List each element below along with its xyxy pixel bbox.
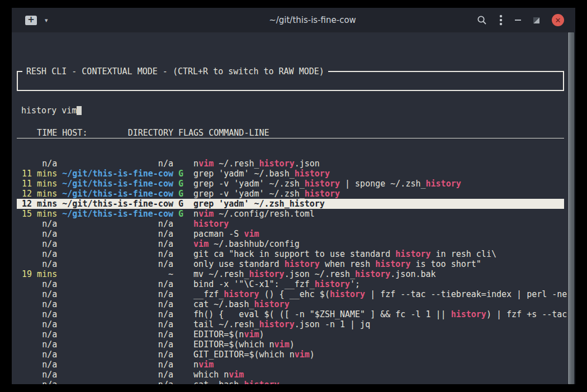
history-row[interactable]: 11 mins ~/git/this-is-fine-cow G grep 'y… (17, 169, 567, 179)
close-icon[interactable]: ✕ (552, 14, 564, 26)
chevron-down-icon[interactable]: ▾ (45, 17, 48, 24)
search-icon[interactable] (477, 15, 487, 25)
history-row[interactable]: n/a n/a EDITOR=$(which nvim) (17, 340, 567, 350)
history-row[interactable]: n/a n/a EDITOR=$(nvim) (17, 329, 567, 340)
new-tab-icon[interactable] (25, 16, 37, 25)
menu-kebab-icon[interactable] (499, 15, 503, 26)
history-row[interactable]: 12 mins ~/git/this-is-fine-cow G grep -v… (17, 189, 567, 199)
history-row[interactable]: n/a n/a cat .bash_history (17, 380, 567, 384)
window-title: ~/git/this-is-fine-cow (148, 15, 477, 25)
history-row[interactable]: n/a n/a which nvim (17, 370, 567, 380)
history-row[interactable]: n/a n/a nvim ~/.resh_history.json (17, 159, 567, 169)
search-box[interactable]: RESH CLI - CONTEXTUAL MODE - (CTRL+R to … (17, 71, 564, 91)
history-row[interactable]: 15 mins ~/git/this-is-fine-cow G nvim ~/… (17, 209, 567, 219)
history-row[interactable]: n/a n/a fh() { eval $( ([ -n "$ZSH_NAME"… (17, 309, 567, 319)
history-row[interactable]: n/a n/a cat ~/.bash_history (17, 299, 567, 309)
scrollbar[interactable] (567, 32, 575, 384)
history-row[interactable]: n/a n/a git ca "hack in support to use s… (17, 249, 567, 259)
titlebar-left: ▾ (12, 16, 148, 25)
history-row[interactable]: n/a n/a pacman -S vim (17, 229, 567, 239)
titlebar-right: ✕ (477, 14, 575, 26)
history-list: n/a n/a nvim ~/.resh_history.json 11 min… (17, 159, 567, 384)
terminal-content: RESH CLI - CONTEXTUAL MODE - (CTRL+R to … (12, 32, 575, 384)
search-query-text: history vim (21, 106, 77, 116)
history-row[interactable]: 11 mins ~/git/this-is-fine-cow G grep -v… (17, 179, 567, 189)
history-row[interactable]: n/a n/a __fzf_history () { __ehc $(histo… (17, 289, 567, 299)
history-row[interactable]: 12 mins ~/git/this-is-fine-cow G grep 'y… (17, 199, 564, 209)
history-row[interactable]: n/a n/a only use standard history when r… (17, 259, 567, 269)
resh-cli: RESH CLI - CONTEXTUAL MODE - (CTRL+R to … (12, 32, 567, 384)
scrollbar-thumb[interactable] (568, 32, 574, 384)
history-row[interactable]: n/a n/a tail ~/.resh_history.json -n 1 |… (17, 319, 567, 329)
search-input[interactable]: history vim (18, 102, 563, 116)
mode-label: RESH CLI - CONTEXTUAL MODE - (CTRL+R to … (22, 66, 328, 77)
history-row[interactable]: n/a n/a bind -x '"\C-x1": __fzf_history'… (17, 279, 567, 289)
titlebar: ▾ ~/git/this-is-fine-cow ✕ (12, 8, 575, 32)
restore-icon[interactable] (533, 17, 539, 23)
history-row[interactable]: n/a n/a nvim (17, 360, 567, 370)
terminal-window: ▾ ~/git/this-is-fine-cow ✕ RESH CLI - CO… (12, 8, 575, 384)
history-row[interactable]: n/a n/a vim ~/.bashhub/config (17, 239, 567, 249)
text-cursor (77, 106, 82, 115)
history-row[interactable]: n/a n/a GIT_EDITOR=$(which nvim) (17, 350, 567, 360)
history-row[interactable]: 19 mins ~ mv ~/.resh_history.json ~/.res… (17, 269, 567, 279)
minimize-icon[interactable] (515, 20, 521, 21)
history-row[interactable]: n/a n/a history (17, 219, 567, 229)
